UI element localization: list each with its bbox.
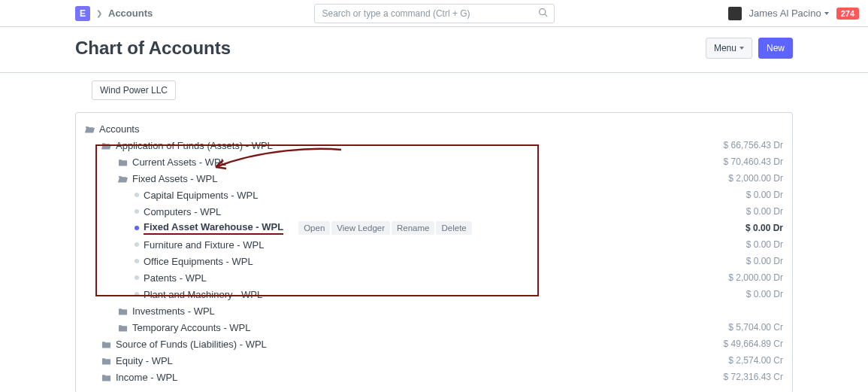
rename-action[interactable]: Rename <box>392 221 434 235</box>
username-label: James Al Pacino <box>749 8 821 19</box>
row-actions: OpenView LedgerRenameDelete <box>298 221 472 235</box>
user-menu[interactable]: James Al Pacino <box>749 8 829 19</box>
folder-icon <box>101 373 111 381</box>
new-button-label: New <box>767 43 785 53</box>
node-label: Investments - WPL <box>132 305 215 317</box>
page-title: Chart of Accounts <box>75 38 231 59</box>
node-label: Capital Equipments - WPL <box>144 190 258 201</box>
tree-row-patents[interactable]: Patents - WPL$ 2,000.00 Dr <box>85 269 783 286</box>
bullet-icon <box>135 193 139 197</box>
tree-row-temp-accounts[interactable]: Temporary Accounts - WPL$ 5,704.00 Cr <box>85 319 783 336</box>
balance: $ 0.00 Dr <box>746 289 783 299</box>
chevron-down-icon <box>739 47 744 50</box>
tree-row-equity[interactable]: Equity - WPL$ 2,574.00 Cr <box>85 352 783 369</box>
node-label: Equity - WPL <box>116 355 173 366</box>
tree-row-capital-equip[interactable]: Capital Equipments - WPL$ 0.00 Dr <box>85 187 783 203</box>
chevron-down-icon <box>824 12 829 15</box>
tree-label: Accounts <box>85 123 139 135</box>
tree-row-accounts[interactable]: Accounts <box>85 120 783 137</box>
balance: $ 0.00 Dr <box>746 206 783 217</box>
content: Wind Power LLC AccountsApplication of Fu… <box>0 73 868 392</box>
balance: $ 0.00 Dr <box>746 239 783 250</box>
delete-action[interactable]: Delete <box>436 221 471 235</box>
tree-label: Patents - WPL <box>135 272 207 284</box>
bullet-icon <box>135 275 139 280</box>
menu-button[interactable]: Menu <box>706 38 752 59</box>
svg-point-0 <box>539 8 545 14</box>
balance: $ 72,316.43 Cr <box>724 372 783 382</box>
menu-button-label: Menu <box>714 43 736 53</box>
balance: $ 0.00 Dr <box>746 256 783 266</box>
balance: $ 49,664.89 Cr <box>724 339 783 349</box>
balance: $ 2,000.00 Dr <box>728 272 783 283</box>
navbar: E ❯ Accounts James Al Pacino 274 <box>0 0 868 27</box>
node-label: Source of Funds (Liabilities) - WPL <box>116 339 267 350</box>
tree-row-income[interactable]: Income - WPL$ 72,316.43 Cr <box>85 369 783 385</box>
new-button[interactable]: New <box>758 38 793 59</box>
tree-row-computers[interactable]: Computers - WPL$ 0.00 Dr <box>85 203 783 220</box>
tree-row-plant-mach[interactable]: Plant and Machinery - WPL$ 0.00 Dr <box>85 286 783 302</box>
folder-open-icon <box>101 141 111 150</box>
search-container <box>314 4 555 23</box>
tree-label: Fixed Assets - WPL <box>118 173 217 184</box>
nav-right: James Al Pacino 274 <box>728 7 859 20</box>
breadcrumb-current[interactable]: Accounts <box>108 8 153 19</box>
tree-label: Equity - WPL <box>101 355 173 366</box>
node-label: Temporary Accounts - WPL <box>132 322 251 333</box>
svg-line-1 <box>544 14 546 16</box>
company-chip[interactable]: Wind Power LLC <box>92 81 176 100</box>
tree-label: Fixed Asset Warehouse - WPL <box>135 221 283 235</box>
search-icon <box>538 8 548 20</box>
balance: $ 0.00 Dr <box>746 190 783 200</box>
tree-row-source-funds[interactable]: Source of Funds (Liabilities) - WPL$ 49,… <box>85 336 783 352</box>
folder-icon <box>101 357 111 365</box>
open-action[interactable]: Open <box>298 221 330 235</box>
breadcrumb: E ❯ Accounts <box>75 6 153 21</box>
node-label: Accounts <box>99 123 139 135</box>
avatar[interactable] <box>728 7 742 20</box>
balance: $ 2,574.00 Cr <box>728 355 783 366</box>
bullet-icon <box>135 292 139 296</box>
folder-open-icon <box>85 125 95 133</box>
search-input[interactable] <box>321 8 538 20</box>
node-label: Furniture and Fixture - WPL <box>144 239 264 251</box>
app-logo-letter: E <box>80 8 86 19</box>
tree-row-furniture[interactable]: Furniture and Fixture - WPL$ 0.00 Dr <box>85 236 783 253</box>
tree-label: Capital Equipments - WPL <box>135 190 258 201</box>
node-label: Patents - WPL <box>144 272 207 284</box>
node-label: Income - WPL <box>116 372 177 383</box>
tree-label: Office Equipments - WPL <box>135 256 253 267</box>
tree-row-investments[interactable]: Investments - WPL <box>85 302 783 319</box>
tree-row-office-equip[interactable]: Office Equipments - WPL$ 0.00 Dr <box>85 253 783 269</box>
search-box[interactable] <box>314 4 555 23</box>
tree-row-faw[interactable]: Fixed Asset Warehouse - WPLOpenView Ledg… <box>85 220 783 236</box>
tree-row-fixed-assets[interactable]: Fixed Assets - WPL$ 2,000.00 Dr <box>85 170 783 187</box>
balance: $ 2,000.00 Dr <box>728 173 783 184</box>
page-header: Chart of Accounts Menu New <box>0 27 868 73</box>
tree-row-current-assets[interactable]: Current Assets - WPL$ 70,460.43 Dr <box>85 153 783 170</box>
folder-icon <box>101 340 111 348</box>
tree-label: Furniture and Fixture - WPL <box>135 239 264 251</box>
tree-label: Income - WPL <box>101 372 177 383</box>
view-ledger-action[interactable]: View Ledger <box>331 221 390 235</box>
balance: $ 70,460.43 Dr <box>724 156 783 167</box>
bullet-icon <box>135 242 139 247</box>
notification-badge[interactable]: 274 <box>836 8 859 20</box>
folder-icon <box>118 158 128 166</box>
app-logo[interactable]: E <box>75 6 90 21</box>
tree-label: Source of Funds (Liabilities) - WPL <box>101 339 267 350</box>
tree-label: Computers - WPL <box>135 206 221 217</box>
balance: $ 66,756.43 Dr <box>724 140 783 150</box>
bullet-active-icon <box>135 226 139 230</box>
tree-label: Application of Funds (Assets) - WPL <box>101 140 273 151</box>
tree-label: Temporary Accounts - WPL <box>118 322 251 333</box>
bullet-icon <box>135 209 139 214</box>
tree-label: Plant and Machinery - WPL <box>135 289 262 300</box>
folder-icon <box>118 324 128 332</box>
page-actions: Menu New <box>706 38 793 59</box>
tree-row-app-funds[interactable]: Application of Funds (Assets) - WPL$ 66,… <box>85 137 783 153</box>
company-filter-row: Wind Power LLC <box>75 73 793 105</box>
node-label: Application of Funds (Assets) - WPL <box>116 140 273 151</box>
node-label: Computers - WPL <box>144 206 221 217</box>
tree-label: Current Assets - WPL <box>118 156 226 168</box>
